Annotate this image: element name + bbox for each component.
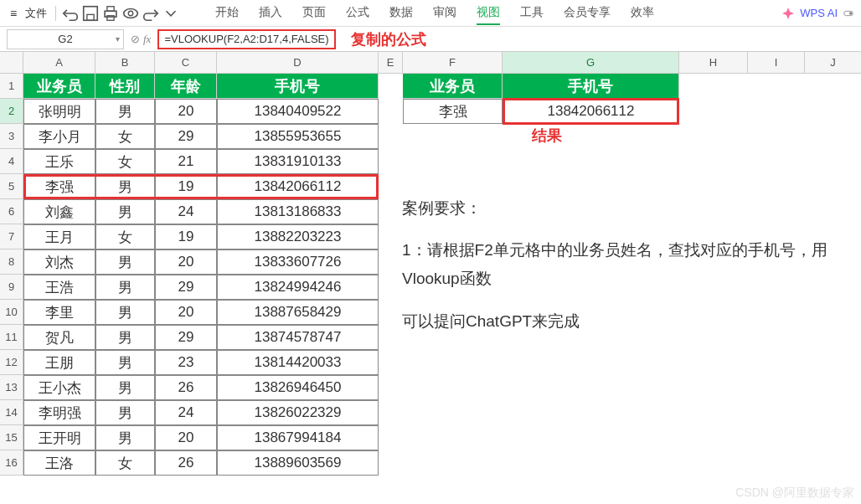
cell-G2[interactable]: 13842066112: [503, 99, 679, 124]
name-box[interactable]: G2 ▾: [7, 29, 124, 49]
tab-page[interactable]: 页面: [302, 2, 326, 25]
cell-B13[interactable]: 男: [95, 375, 155, 400]
cell-F1[interactable]: 业务员: [403, 74, 503, 99]
cell-G1[interactable]: 手机号: [503, 74, 679, 99]
tab-tools[interactable]: 工具: [520, 2, 544, 25]
tab-member[interactable]: 会员专享: [564, 2, 611, 25]
cell-C16[interactable]: 26: [155, 450, 217, 476]
select-all-corner[interactable]: [0, 52, 23, 74]
cell-C4[interactable]: 21: [155, 149, 217, 174]
cell-C14[interactable]: 24: [155, 400, 217, 425]
row-header-12[interactable]: 12: [0, 350, 23, 375]
tab-efficiency[interactable]: 效率: [631, 2, 654, 25]
cell-D5[interactable]: 13842066112: [217, 174, 379, 199]
file-menu[interactable]: 文件: [22, 6, 50, 21]
cell-B3[interactable]: 女: [95, 124, 155, 149]
cell-D8[interactable]: 13833607726: [217, 249, 379, 275]
dropdown-icon[interactable]: [162, 4, 180, 23]
cell-C12[interactable]: 23: [155, 350, 217, 375]
fx-icon[interactable]: fx: [143, 33, 151, 46]
cell-B8[interactable]: 男: [95, 249, 155, 275]
cell-D15[interactable]: 13867994184: [217, 425, 379, 450]
cell-C15[interactable]: 20: [155, 425, 217, 450]
cell-A10[interactable]: 李里: [23, 300, 95, 325]
cell-D1[interactable]: 手机号: [217, 74, 379, 99]
preview-icon[interactable]: [121, 4, 140, 23]
cell-B9[interactable]: 男: [95, 275, 155, 300]
cancel-formula-icon[interactable]: ⊘: [131, 33, 140, 46]
cell-B14[interactable]: 男: [95, 400, 155, 425]
row-header-6[interactable]: 6: [0, 199, 23, 224]
col-header-D[interactable]: D: [217, 52, 379, 74]
tab-view[interactable]: 视图: [477, 2, 500, 25]
cell-D14[interactable]: 13826022329: [217, 400, 379, 425]
cell-A16[interactable]: 王洛: [23, 450, 95, 476]
cell-A5[interactable]: 李强: [23, 174, 95, 199]
col-header-E[interactable]: E: [379, 52, 403, 74]
cell-B16[interactable]: 女: [95, 450, 155, 476]
cell-D4[interactable]: 13831910133: [217, 149, 379, 174]
redo-icon[interactable]: [142, 4, 160, 23]
cell-B4[interactable]: 女: [95, 149, 155, 174]
col-header-I[interactable]: I: [748, 52, 805, 74]
cell-D10[interactable]: 13887658429: [217, 300, 379, 325]
row-header-10[interactable]: 10: [0, 300, 23, 325]
cell-D6[interactable]: 13813186833: [217, 199, 379, 224]
cell-B12[interactable]: 男: [95, 350, 155, 375]
print-icon[interactable]: [101, 4, 120, 23]
row-header-13[interactable]: 13: [0, 375, 23, 400]
cell-A7[interactable]: 王月: [23, 224, 95, 249]
col-header-J[interactable]: J: [805, 52, 861, 74]
tab-insert[interactable]: 插入: [259, 2, 282, 25]
cell-F2[interactable]: 李强: [403, 99, 503, 124]
col-header-F[interactable]: F: [403, 52, 503, 74]
cell-C3[interactable]: 29: [155, 124, 217, 149]
row-header-1[interactable]: 1: [0, 74, 23, 99]
row-header-15[interactable]: 15: [0, 425, 23, 450]
cell-C9[interactable]: 29: [155, 275, 217, 300]
cell-B1[interactable]: 性别: [95, 74, 155, 99]
cell-D2[interactable]: 13840409522: [217, 99, 379, 124]
cell-D9[interactable]: 13824994246: [217, 275, 379, 300]
cell-A11[interactable]: 贺凡: [23, 325, 95, 350]
undo-icon[interactable]: [61, 4, 80, 23]
cell-A9[interactable]: 王浩: [23, 275, 95, 300]
row-header-5[interactable]: 5: [0, 174, 23, 199]
tab-review[interactable]: 审阅: [433, 2, 456, 25]
wps-ai-button[interactable]: WPS AI: [781, 7, 854, 20]
cell-C1[interactable]: 年龄: [155, 74, 217, 99]
row-header-7[interactable]: 7: [0, 224, 23, 249]
cell-A2[interactable]: 张明明: [23, 99, 95, 124]
cell-A15[interactable]: 王开明: [23, 425, 95, 450]
col-header-A[interactable]: A: [23, 52, 95, 74]
cell-C7[interactable]: 19: [155, 224, 217, 249]
cell-D16[interactable]: 13889603569: [217, 450, 379, 476]
cell-D12[interactable]: 13814420033: [217, 350, 379, 375]
cell-A14[interactable]: 李明强: [23, 400, 95, 425]
cell-C10[interactable]: 20: [155, 300, 217, 325]
row-header-8[interactable]: 8: [0, 249, 23, 275]
cell-B10[interactable]: 男: [95, 300, 155, 325]
col-header-G[interactable]: G: [503, 52, 679, 74]
tab-data[interactable]: 数据: [389, 2, 413, 25]
cell-D11[interactable]: 13874578747: [217, 325, 379, 350]
row-header-2[interactable]: 2: [0, 99, 23, 124]
formula-input[interactable]: =VLOOKUP(F2,A2:D17,4,FALSE): [157, 29, 335, 49]
cell-B15[interactable]: 男: [95, 425, 155, 450]
cell-A6[interactable]: 刘鑫: [23, 199, 95, 224]
col-header-B[interactable]: B: [95, 52, 155, 74]
row-header-14[interactable]: 14: [0, 400, 23, 425]
row-header-9[interactable]: 9: [0, 275, 23, 300]
cell-C5[interactable]: 19: [155, 174, 217, 199]
cell-C8[interactable]: 20: [155, 249, 217, 275]
cell-B6[interactable]: 男: [95, 199, 155, 224]
cell-D13[interactable]: 13826946450: [217, 375, 379, 400]
cell-B5[interactable]: 男: [95, 174, 155, 199]
cell-C2[interactable]: 20: [155, 99, 217, 124]
cell-D3[interactable]: 13855953655: [217, 124, 379, 149]
cell-C13[interactable]: 26: [155, 375, 217, 400]
col-header-H[interactable]: H: [679, 52, 748, 74]
row-header-11[interactable]: 11: [0, 325, 23, 350]
row-header-4[interactable]: 4: [0, 149, 23, 174]
hamburger-icon[interactable]: ≡: [7, 7, 20, 20]
